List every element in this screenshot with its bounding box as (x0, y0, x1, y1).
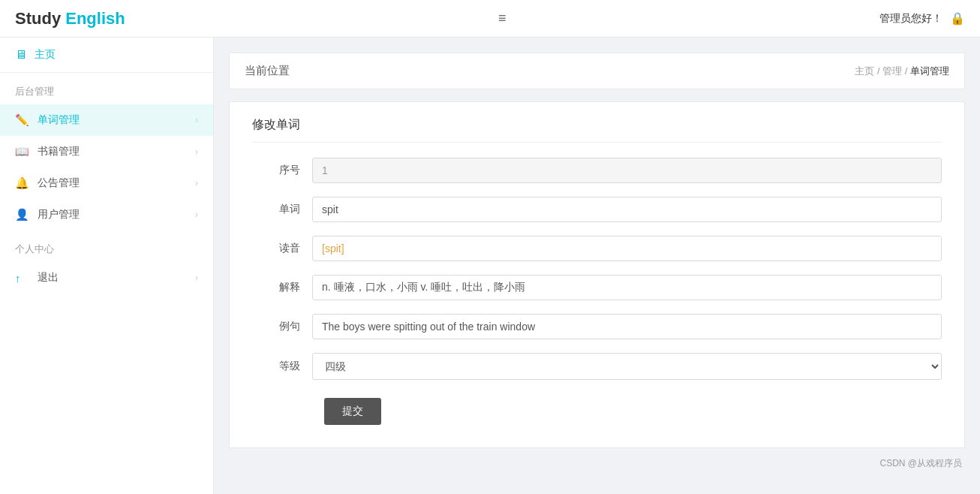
breadcrumb-home[interactable]: 主页 (855, 65, 874, 77)
sidebar-item-notice[interactable]: 🔔 公告管理 › (0, 167, 213, 199)
main-layout: 🖥 主页 后台管理 ✏️ 单词管理 › 📖 书籍管理 › 🔔 公告管理 › 👤 … (0, 38, 980, 494)
header-right: 管理员您好！ 🔒 (879, 11, 965, 26)
level-select[interactable]: 四级 六级 考研 专四 专八 高中 初中 (312, 353, 942, 380)
app-logo: Study English (15, 9, 125, 29)
breadcrumb-title: 当前位置 (245, 64, 290, 78)
pronunciation-input-wrap (312, 236, 942, 261)
form-row-word: 单词 (252, 197, 942, 222)
sidebar-book-label: 书籍管理 (38, 145, 195, 158)
level-select-wrap: 四级 六级 考研 专四 专八 高中 初中 (312, 353, 942, 380)
form-row-level: 等级 四级 六级 考研 专四 专八 高中 初中 (252, 353, 942, 380)
form-title: 修改单词 (252, 117, 942, 143)
chevron-right-icon-logout: › (195, 273, 198, 283)
explanation-label: 解释 (252, 281, 312, 294)
level-label: 等级 (252, 360, 312, 373)
chevron-right-icon-notice: › (195, 178, 198, 188)
logout-icon: ↑ (15, 272, 38, 285)
notice-icon: 🔔 (15, 176, 38, 190)
menu-toggle-icon[interactable]: ≡ (498, 11, 507, 26)
sidebar-section-personal: 个人中心 (0, 230, 213, 262)
id-label: 序号 (252, 164, 312, 177)
word-input-wrap (312, 197, 942, 222)
sidebar-item-logout[interactable]: ↑ 退出 › (0, 262, 213, 294)
breadcrumb-admin[interactable]: 管理 (882, 65, 902, 77)
sidebar-home-label: 主页 (35, 48, 56, 62)
breadcrumb-nav: 主页 / 管理 / 单词管理 (855, 65, 949, 78)
submit-button[interactable]: 提交 (324, 398, 381, 425)
home-icon: 🖥 (15, 48, 27, 62)
breadcrumb-sep2: / (905, 65, 910, 77)
sidebar-user-label: 用户管理 (38, 208, 195, 221)
form-row-pronunciation: 读音 (252, 236, 942, 261)
book-icon: 📖 (15, 145, 38, 158)
example-input[interactable] (312, 314, 942, 339)
breadcrumb-bar: 当前位置 主页 / 管理 / 单词管理 (229, 53, 965, 89)
admin-greeting: 管理员您好！ (879, 12, 942, 26)
form-row-example: 例句 (252, 314, 942, 339)
lock-icon: 🔒 (950, 11, 965, 26)
sidebar-item-book[interactable]: 📖 书籍管理 › (0, 136, 213, 167)
chevron-right-icon-word: › (195, 115, 198, 125)
logo-part2: English (65, 9, 125, 28)
example-input-wrap (312, 314, 942, 339)
footer: CSDN @从戏程序员 (229, 457, 965, 470)
form-submit-row: 提交 (252, 393, 942, 425)
explanation-input[interactable] (312, 275, 942, 300)
example-label: 例句 (252, 320, 312, 333)
sidebar: 🖥 主页 后台管理 ✏️ 单词管理 › 📖 书籍管理 › 🔔 公告管理 › 👤 … (0, 38, 214, 494)
word-label: 单词 (252, 203, 312, 216)
main-content: 当前位置 主页 / 管理 / 单词管理 修改单词 序号 单词 (214, 38, 980, 494)
logo-part1: Study (15, 9, 61, 28)
sidebar-section-backend: 后台管理 (0, 73, 213, 104)
header: Study English ≡ 管理员您好！ 🔒 (0, 0, 980, 38)
form-card: 修改单词 序号 单词 读音 (229, 101, 965, 448)
form-row-explanation: 解释 (252, 275, 942, 300)
id-input-wrap (312, 158, 942, 183)
edit-icon: ✏️ (15, 113, 38, 127)
sidebar-item-word[interactable]: ✏️ 单词管理 › (0, 104, 213, 136)
sidebar-logout-label: 退出 (38, 271, 195, 285)
chevron-right-icon-book: › (195, 146, 198, 157)
word-input[interactable] (312, 197, 942, 222)
sidebar-item-home[interactable]: 🖥 主页 (0, 38, 213, 73)
breadcrumb-current: 单词管理 (910, 65, 949, 77)
form-row-id: 序号 (252, 158, 942, 183)
chevron-right-icon-user: › (195, 209, 198, 220)
sidebar-item-user[interactable]: 👤 用户管理 › (0, 199, 213, 230)
sidebar-notice-label: 公告管理 (38, 176, 195, 190)
explanation-input-wrap (312, 275, 942, 300)
pronunciation-label: 读音 (252, 242, 312, 255)
id-input[interactable] (312, 158, 942, 183)
user-icon: 👤 (15, 208, 38, 221)
sidebar-word-label: 单词管理 (38, 113, 195, 127)
pronunciation-input[interactable] (312, 236, 942, 261)
